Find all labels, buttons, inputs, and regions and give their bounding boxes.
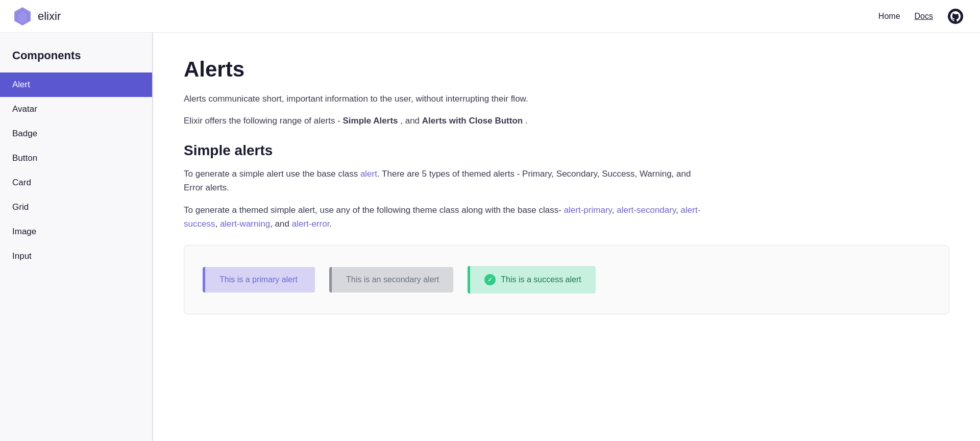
main-content: Alerts Alerts communicate short, importa…	[153, 33, 980, 441]
sidebar-item-grid[interactable]: Grid	[0, 195, 152, 219]
github-icon[interactable]	[947, 8, 964, 24]
alert-success-icon: ✓	[484, 274, 496, 285]
logo-text: elixir	[38, 10, 61, 23]
top-nav: elixir Home Docs	[0, 0, 980, 33]
sidebar-item-badge[interactable]: Badge	[0, 121, 152, 146]
sidebar-item-input[interactable]: Input	[0, 244, 152, 268]
page-description: Alerts communicate short, important info…	[184, 92, 643, 106]
nav-home[interactable]: Home	[878, 12, 900, 21]
nav-docs[interactable]: Docs	[915, 12, 933, 21]
logo-area: elixir	[12, 6, 61, 27]
svg-point-3	[948, 9, 963, 24]
sidebar: Components Alert Avatar Badge Button Car…	[0, 33, 153, 441]
themed-desc: To generate a themed simple alert, use a…	[184, 203, 720, 231]
themed-warning-link[interactable]: alert-warning	[220, 219, 270, 229]
sidebar-item-alert[interactable]: Alert	[0, 72, 152, 97]
nav-links: Home Docs	[878, 8, 964, 24]
range-text: Elixir offers the following range of ale…	[184, 116, 949, 126]
sidebar-item-avatar[interactable]: Avatar	[0, 97, 152, 121]
layout: Components Alert Avatar Badge Button Car…	[0, 0, 980, 441]
range-and: , and	[400, 116, 422, 126]
alert-success-text: This is a success alert	[501, 275, 581, 284]
alert-secondary-text: This is an secondary alert	[346, 275, 439, 284]
range-period: .	[525, 116, 528, 126]
range-simple: Simple Alerts	[343, 116, 398, 126]
sidebar-heading: Components	[0, 49, 152, 72]
themed-desc-1: To generate a themed simple alert, use a…	[184, 205, 564, 215]
alert-primary: This is a primary alert	[203, 267, 315, 292]
simple-alerts-title: Simple alerts	[184, 142, 949, 159]
demo-box: This is a primary alert This is an secon…	[184, 245, 949, 314]
alert-secondary: This is an secondary alert	[329, 267, 453, 292]
range-intro: Elixir offers the following range of ale…	[184, 116, 343, 126]
themed-error-link[interactable]: alert-error	[292, 219, 330, 229]
sidebar-item-card[interactable]: Card	[0, 170, 152, 195]
sidebar-item-image[interactable]: Image	[0, 219, 152, 244]
themed-primary-link[interactable]: alert-primary	[564, 205, 612, 215]
page-title: Alerts	[184, 57, 949, 82]
logo-icon	[12, 6, 33, 27]
alert-primary-text: This is a primary alert	[219, 275, 298, 284]
simple-alerts-desc: To generate a simple alert use the base …	[184, 167, 694, 194]
alert-link[interactable]: alert	[360, 169, 377, 179]
alert-success: ✓ This is a success alert	[468, 266, 595, 293]
themed-secondary-link[interactable]: alert-secondary	[617, 205, 676, 215]
sidebar-item-button[interactable]: Button	[0, 146, 152, 170]
simple-desc-1: To generate a simple alert use the base …	[184, 169, 360, 179]
range-close: Alerts with Close Button	[422, 116, 523, 126]
